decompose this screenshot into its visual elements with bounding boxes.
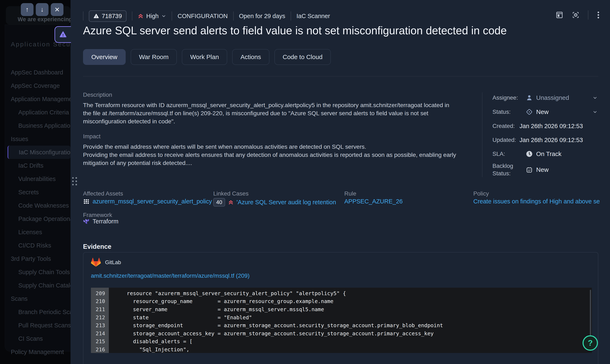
- line-text: resource "azurerm_mssql_server_security_…: [109, 290, 346, 296]
- rule-link[interactable]: APPSEC_AZURE_26: [344, 198, 402, 205]
- scroll-up-button[interactable]: ↑: [21, 3, 34, 16]
- sidebar-item-pull-request-scans[interactable]: Pull Request Scans: [0, 319, 71, 332]
- status-new-icon: [526, 108, 533, 116]
- backlog-status-row: Backlog Status: New: [493, 162, 600, 177]
- policy-link[interactable]: Create issues on findings of High and ab…: [473, 198, 600, 205]
- focus-scan-icon[interactable]: [572, 11, 580, 19]
- line-text: "Sql_Injection",: [109, 347, 189, 352]
- sidebar-item-package-operational[interactable]: Package Operational: [0, 212, 71, 225]
- linked-cases-count: 40: [213, 198, 225, 207]
- sidebar-item-policy-management[interactable]: Policy Management: [0, 345, 71, 359]
- code-snippet: 209 resource "azurerm_mssql_server_secur…: [91, 288, 592, 353]
- sidebar-item-branch-periodic-scans[interactable]: Branch Periodic Scans: [0, 305, 71, 319]
- evidence-card: GitLab amit.schnitzer/terragoat/master/t…: [83, 252, 598, 364]
- created-row: Created: Jan 26th 2026 09:12:53: [493, 122, 600, 130]
- tab-actions[interactable]: Actions: [232, 49, 269, 65]
- panel-side-tab[interactable]: [54, 26, 71, 43]
- sidebar-item-business-applications[interactable]: Business Applications: [0, 119, 71, 132]
- divider: [83, 12, 83, 21]
- person-icon: [526, 94, 533, 101]
- tab-code-to-cloud[interactable]: Code to Cloud: [274, 49, 331, 65]
- assignee-row[interactable]: Assignee: Unassigned: [493, 94, 600, 102]
- chevron-down-icon[interactable]: [593, 95, 597, 100]
- tab-work-plan[interactable]: Work Plan: [182, 49, 227, 65]
- divider: [291, 12, 291, 21]
- evidence-file-link[interactable]: amit.schnitzer/terragoat/master/terrafor…: [91, 273, 249, 279]
- sidebar-item-supply-chain-catalog[interactable]: Supply Chain Catalog: [0, 279, 71, 292]
- sidebar-item-application-management[interactable]: Application Management: [0, 92, 71, 106]
- warning-triangle-icon: [93, 13, 99, 19]
- calendar-icon: [526, 166, 533, 173]
- divider: [588, 10, 588, 20]
- sidebar-item-3rd-party-tools[interactable]: 3rd Party Tools: [0, 252, 71, 265]
- sidebar-item-application-criteria[interactable]: Application Criteria: [0, 106, 71, 119]
- line-number: 216: [91, 346, 109, 353]
- framework-label: Framework: [83, 212, 112, 218]
- help-button[interactable]: ?: [583, 335, 598, 351]
- sidebar-item-vulnerabilities[interactable]: Vulnerabilities: [0, 172, 71, 185]
- line-number: 209: [91, 289, 109, 298]
- policy: Create issues on findings of High and ab…: [473, 198, 600, 205]
- sidebar-item-code-weaknesses[interactable]: Code Weaknesses: [0, 199, 71, 212]
- gitlab-icon: [91, 258, 101, 267]
- sidebar-item-supply-chain-tools[interactable]: Supply Chain Tools: [0, 265, 71, 279]
- code-line: 216 "Sql_Injection",: [91, 346, 592, 353]
- tab-overview[interactable]: Overview: [83, 49, 126, 65]
- sidebar-item-cicd-risks[interactable]: CI/CD Risks: [0, 239, 71, 252]
- asset-grid-icon: [83, 198, 90, 205]
- status-row[interactable]: Status: New: [493, 108, 600, 116]
- evidence-provider: GitLab: [91, 258, 121, 267]
- kebab-menu-icon[interactable]: [597, 11, 600, 19]
- line-number: 213: [91, 321, 109, 329]
- sidebar-item-scans[interactable]: Scans: [0, 292, 71, 305]
- sla-label: SLA:: [493, 150, 519, 158]
- scroll-down-button[interactable]: ↓: [36, 3, 49, 16]
- description-label: Description: [83, 91, 112, 98]
- code-line: 211 server_name = azurerm_mssql_server.m…: [91, 305, 592, 313]
- terraform-icon: [83, 218, 90, 225]
- affected-asset-link[interactable]: azurerm_mssql_server_security_alert_poli…: [92, 198, 212, 205]
- linked-case: 40 'Azure SQL Server audit log retention: [213, 198, 336, 207]
- finding-type: CONFIGURATION: [178, 13, 228, 20]
- divider: [482, 92, 482, 177]
- severity-dropdown[interactable]: High: [138, 13, 167, 20]
- framework-value: Terraform: [92, 218, 118, 225]
- severity-label: High: [146, 13, 159, 20]
- line-text: resource_group_name = azurerm_resource_g…: [109, 298, 334, 304]
- assignee-label: Assignee:: [493, 94, 519, 102]
- panel-resize-handle[interactable]: [72, 177, 77, 185]
- sidebar-item-secrets[interactable]: Secrets: [0, 185, 71, 199]
- description-text: The Terraform resource with ID azurerm_m…: [83, 101, 457, 125]
- issue-age: Open for 29 days: [239, 13, 285, 20]
- impact-text: Provide the email address where alerts w…: [83, 143, 457, 167]
- sidebar-item-issues[interactable]: Issues: [0, 132, 71, 146]
- layout-panel-icon[interactable]: [556, 11, 563, 19]
- sidebar-nav: AppSec Dashboard AppSec Coverage Applica…: [0, 66, 71, 359]
- code-line: 215 disabled_alerts = [: [91, 338, 592, 346]
- sla-value: On Track: [536, 150, 561, 157]
- panel-actions: [556, 10, 600, 20]
- code-line: 209 resource "azurerm_mssql_server_secur…: [91, 289, 592, 298]
- sidebar-item-ci-scans[interactable]: CI Scans: [0, 332, 71, 345]
- chevron-down-icon[interactable]: [593, 109, 597, 114]
- warning-triangle-icon: [59, 31, 67, 38]
- sidebar-item-appsec-dashboard[interactable]: AppSec Dashboard: [0, 66, 71, 79]
- linked-case-link[interactable]: 'Azure SQL Server audit log retention: [236, 199, 336, 206]
- sidebar-item-iac-misconfigurations[interactable]: IaC Misconfigurations: [8, 146, 71, 159]
- close-banner-button[interactable]: ✕: [51, 3, 64, 16]
- sla-row: SLA: On Track: [493, 150, 600, 158]
- banner-controls: ↑ ↓ ✕: [21, 3, 64, 16]
- provider-name: GitLab: [105, 259, 121, 266]
- line-text: state = "Enabled": [109, 314, 252, 321]
- sidebar-item-iac-drifts[interactable]: IaC Drifts: [0, 159, 71, 172]
- code-line: 213 storage_endpoint = azurerm_storage_a…: [91, 321, 592, 329]
- notification-banner-text: We are experiencing a pr: [18, 16, 71, 23]
- sidebar-item-appsec-coverage[interactable]: AppSec Coverage: [0, 79, 71, 92]
- issue-id-badge: 718739: [89, 10, 127, 22]
- sidebar-item-licenses[interactable]: Licenses: [0, 225, 71, 239]
- line-text: disabled_alerts = [: [109, 338, 193, 344]
- line-number: 211: [91, 305, 109, 313]
- rule-label: Rule: [344, 190, 356, 197]
- rule: APPSEC_AZURE_26: [344, 198, 402, 205]
- tab-war-room[interactable]: War Room: [131, 49, 177, 65]
